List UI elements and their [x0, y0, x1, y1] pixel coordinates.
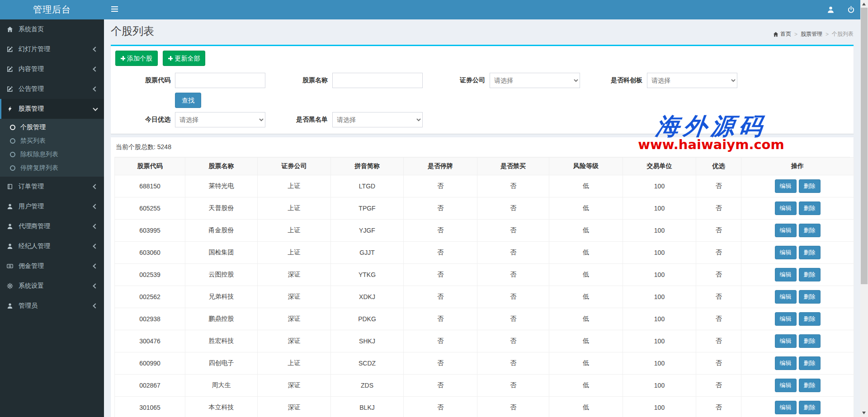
delete-button[interactable]: 删除	[799, 401, 821, 414]
cell-preferred: 否	[696, 220, 741, 242]
cell-pinyin: ZDS	[331, 375, 404, 397]
scroll-up-arrow-icon[interactable]	[862, 3, 866, 5]
today-picks-select[interactable]: 请选择	[175, 112, 265, 127]
edit-button[interactable]: 编辑	[775, 401, 797, 414]
delete-button[interactable]: 删除	[799, 268, 821, 281]
plus-icon	[121, 56, 125, 61]
scrollbar-thumb[interactable]	[861, 8, 868, 284]
chevron-left-icon	[93, 184, 98, 189]
sidebar-item-agents[interactable]: 代理商管理	[0, 216, 104, 236]
circle-icon	[10, 125, 15, 130]
edit-button[interactable]: 编辑	[775, 379, 797, 392]
chevron-left-icon	[93, 244, 98, 248]
bolt-icon	[7, 106, 19, 112]
sidebar-item-settings[interactable]: 系统设置	[0, 276, 104, 296]
star-board-select[interactable]: 请选择	[647, 73, 737, 88]
edit-button[interactable]: 编辑	[775, 356, 797, 370]
delete-button[interactable]: 删除	[799, 224, 821, 237]
cell-stock-name: 鹏鼎控股	[185, 308, 258, 330]
cell-stock-code: 002562	[115, 286, 185, 308]
edit-button[interactable]: 编辑	[775, 246, 797, 259]
table-row: 688150莱特光电上证LTGD否否低100否编辑删除	[115, 175, 854, 197]
update-all-button[interactable]: 更新全部	[163, 51, 205, 66]
sidebar-item-commission[interactable]: 佣金管理	[0, 256, 104, 276]
sidebar-subitem-label: 个股管理	[20, 123, 46, 131]
delete-button[interactable]: 删除	[799, 179, 821, 193]
breadcrumb-section[interactable]: 股票管理	[801, 30, 822, 38]
column-header: 拼音简称	[331, 158, 404, 175]
cell-suspended: 否	[404, 175, 477, 197]
cell-actions: 编辑删除	[741, 375, 854, 397]
user-icon[interactable]	[827, 6, 835, 14]
sidebar-item-slides[interactable]: 幻灯片管理	[0, 39, 104, 59]
sidebar-toggle-icon[interactable]	[111, 6, 118, 13]
cell-trade-unit: 100	[623, 286, 696, 308]
cell-exchange: 上证	[258, 352, 331, 375]
column-header: 操作	[741, 158, 854, 175]
vertical-scrollbar[interactable]	[860, 0, 868, 417]
broker-company-select[interactable]: 请选择	[490, 73, 580, 88]
scroll-down-arrow-icon[interactable]	[862, 412, 866, 414]
sidebar-item-label: 经纪人管理	[19, 242, 50, 250]
sidebar-item-users[interactable]: 用户管理	[0, 197, 104, 216]
cell-stock-name: 兄弟科技	[185, 286, 258, 308]
blacklist-select[interactable]: 请选择	[332, 112, 423, 127]
power-icon[interactable]	[847, 6, 855, 14]
search-button[interactable]: 查找	[175, 93, 201, 108]
sidebar-item-stocks[interactable]: 股票管理	[0, 99, 104, 119]
sidebar-subitem-suspend-list[interactable]: 停牌复牌列表	[0, 161, 104, 175]
cell-ban-buy: 否	[477, 308, 549, 330]
sidebar-subitem-exright-list[interactable]: 除权除息列表	[0, 148, 104, 161]
cell-pinyin: GJJT	[331, 242, 404, 264]
edit-button[interactable]: 编辑	[775, 224, 797, 237]
delete-button[interactable]: 删除	[799, 379, 821, 392]
table-row: 300476胜宏科技深证SHKJ否否低100否编辑删除	[115, 330, 854, 352]
cell-trade-unit: 100	[623, 308, 696, 330]
cell-exchange: 深证	[258, 308, 331, 330]
cell-suspended: 否	[404, 286, 477, 308]
column-header: 股票名称	[185, 158, 258, 175]
delete-button[interactable]: 删除	[799, 334, 821, 348]
sidebar-item-content[interactable]: 内容管理	[0, 59, 104, 79]
cell-trade-unit: 100	[623, 330, 696, 352]
delete-button[interactable]: 删除	[799, 356, 821, 370]
edit-button[interactable]: 编辑	[775, 179, 797, 193]
edit-button[interactable]: 编辑	[775, 268, 797, 281]
sidebar-item-home[interactable]: 系统首页	[0, 19, 104, 39]
cell-risk-level: 低	[549, 375, 623, 397]
stock-code-label: 股票代码	[115, 76, 175, 84]
breadcrumb-home[interactable]: 首页	[773, 30, 791, 38]
sidebar-item-notices[interactable]: 公告管理	[0, 79, 104, 99]
cell-preferred: 否	[696, 286, 741, 308]
delete-button[interactable]: 删除	[799, 201, 821, 215]
cell-stock-name: 胜宏科技	[185, 330, 258, 352]
delete-button[interactable]: 删除	[799, 312, 821, 326]
sidebar-item-admin[interactable]: 管理员	[0, 296, 104, 316]
app-logo[interactable]: 管理后台	[0, 0, 104, 19]
cell-exchange: 上证	[258, 175, 331, 197]
cell-actions: 编辑删除	[741, 352, 854, 375]
cell-preferred: 否	[696, 352, 741, 375]
user-icon	[7, 303, 19, 309]
stock-name-input[interactable]	[332, 73, 423, 88]
sidebar-item-brokers[interactable]: 经纪人管理	[0, 236, 104, 256]
sidebar-item-orders[interactable]: 订单管理	[0, 177, 104, 197]
cell-preferred: 否	[696, 197, 741, 220]
stock-code-input[interactable]	[175, 73, 265, 88]
cell-stock-name: 周大生	[185, 375, 258, 397]
sidebar-subitem-stock-manage[interactable]: 个股管理	[0, 121, 104, 134]
column-header: 证券公司	[258, 158, 331, 175]
edit-button[interactable]: 编辑	[775, 290, 797, 304]
edit-button[interactable]: 编辑	[775, 312, 797, 326]
cell-trade-unit: 100	[623, 175, 696, 197]
sidebar-subitem-ban-list[interactable]: 禁买列表	[0, 134, 104, 148]
cell-exchange: 深证	[258, 375, 331, 397]
sidebar-item-label: 管理员	[19, 302, 38, 310]
edit-button[interactable]: 编辑	[775, 201, 797, 215]
edit-button[interactable]: 编辑	[775, 334, 797, 348]
cell-exchange: 上证	[258, 197, 331, 220]
table-row: 603060国检集团上证GJJT否否低100否编辑删除	[115, 242, 854, 264]
delete-button[interactable]: 删除	[799, 246, 821, 259]
add-stock-button[interactable]: 添加个股	[115, 51, 158, 66]
delete-button[interactable]: 删除	[799, 290, 821, 304]
